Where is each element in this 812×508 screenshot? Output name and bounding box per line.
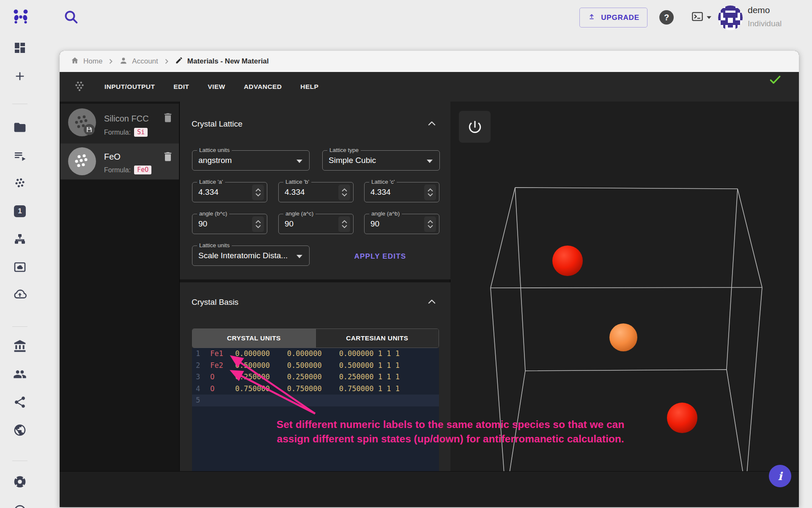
delete-material-icon[interactable] [162,111,174,124]
structure-viewer-panel[interactable] [450,102,799,471]
bottom-strip [60,471,799,507]
breadcrumb-home[interactable]: Home [71,56,102,67]
angle-ab-input[interactable]: angle (a^b) 90 [364,214,439,234]
basis-code-editor[interactable]: 1Fe10.000000 0.000000 0.000000 1 1 1 2Fe… [192,348,439,471]
filter-one-icon[interactable]: 1 [11,202,29,221]
menubar: INPUT/OUTPUT EDIT VIEW ADVANCED HELP [60,72,799,102]
atom-o1 [609,323,637,351]
material-formula-row: Formula: FeO [104,166,151,174]
pencil-icon [175,56,183,66]
lattice-type-select[interactable]: Lattice type Simple Cubic [322,150,440,171]
menu-edit[interactable]: EDIT [173,83,189,91]
search-icon[interactable] [63,8,80,25]
add-icon[interactable] [11,67,29,86]
workflow-icon[interactable] [11,230,29,248]
angle-ac-input[interactable]: angle (a^c) 90 [278,214,354,234]
apply-edits-button[interactable]: APPLY EDITS [342,251,418,262]
home-icon [71,56,79,67]
collapse-icon[interactable] [427,297,437,307]
power-icon[interactable] [459,111,491,143]
material-avatar [68,147,96,175]
formula-chip: FeO [134,166,151,174]
image-icon[interactable] [11,258,29,276]
editor-line: 2Fe20.500000 0.500000 0.500000 1 1 1 [192,360,439,372]
delete-material-icon[interactable] [162,150,174,163]
basis-units-tabs: CRYSTAL UNITS CARTESIAN UNITS [192,329,439,348]
collapse-icon[interactable] [427,119,437,129]
editor-panel: Crystal Lattice Lattice units angstrom L… [180,102,450,471]
console-dropdown[interactable] [691,11,715,24]
folder-icon[interactable] [11,118,29,137]
tab-crystal-units[interactable]: CRYSTAL UNITS [192,329,315,348]
settings-icon[interactable] [11,500,29,508]
atom-fe2 [667,403,697,433]
user-avatar[interactable] [718,6,743,30]
menu-view[interactable]: VIEW [208,83,225,91]
material-item-silicon-fcc[interactable]: Silicon FCC Formula: Si [60,104,179,144]
materials-designer-window: Home Account Materials - New Material IN… [60,51,799,507]
material-name: FeO [104,152,121,162]
cloud-upload-icon[interactable] [11,286,29,304]
life-ring-icon[interactable] [11,472,29,491]
scale-units-select[interactable]: Lattice units Scale Interatomic Dista... [192,246,310,266]
save-badge-icon [87,127,92,132]
mat3ra-logo-icon[interactable] [11,7,30,27]
stepper-icon[interactable] [424,185,436,200]
angle-bc-input[interactable]: angle (b^c) 90 [192,214,267,234]
breadcrumb-current: Materials - New Material [175,56,269,66]
formula-chip: Si [134,128,148,137]
sidebar-divider [12,104,27,104]
bank-icon[interactable] [11,337,29,356]
crystal-lattice-title: Crystal Lattice [192,119,242,129]
breadcrumb: Home Account Materials - New Material [60,51,799,72]
info-button[interactable]: i [769,465,791,487]
stepper-icon[interactable] [252,216,264,232]
playlist-play-icon[interactable] [11,146,29,165]
user-name: demo [748,5,770,15]
atom-fe1 [552,246,583,276]
user-plan: Individual [748,19,782,28]
upload-icon [587,12,596,23]
one-badge-label: 1 [18,207,22,215]
material-item-feo[interactable]: FeO Formula: FeO [60,144,179,179]
breadcrumb-account[interactable]: Account [119,56,158,67]
crystal-basis-title: Crystal Basis [192,298,239,307]
editor-line: 5 [192,395,439,406]
editor-line: 1Fe10.000000 0.000000 0.000000 1 1 1 [192,348,439,360]
tab-cartesian-units[interactable]: CARTESIAN UNITS [315,329,439,348]
upgrade-button[interactable]: UPGRADE [579,8,647,28]
saved-check-icon [768,73,782,86]
crystal-lattice-card: Crystal Lattice Lattice units angstrom L… [180,102,450,279]
stepper-icon[interactable] [338,216,350,232]
editor-line: 3O0.250000 0.250000 0.250000 1 1 1 [192,371,439,383]
person-icon [119,56,128,67]
editor-line: 4O0.750000 0.750000 0.750000 1 1 1 [192,383,439,395]
lattice-a-input[interactable]: Lattice 'a' 4.334 [192,182,267,202]
lattice-b-input[interactable]: Lattice 'b' 4.334 [278,182,354,202]
share-icon[interactable] [11,393,29,411]
unit-cell-3d-scene [450,102,799,471]
menu-advanced[interactable]: ADVANCED [244,83,282,91]
dashboard-icon[interactable] [11,39,29,57]
material-avatar [68,108,96,136]
annotation-note: Set different numeric labels to the same… [249,417,652,446]
dropdown-arrow-icon [427,160,433,163]
stepper-icon[interactable] [252,185,264,200]
menu-help[interactable]: HELP [300,83,318,91]
globe-icon[interactable] [11,421,29,439]
help-icon[interactable]: ? [659,10,674,25]
sidebar-divider [12,461,27,461]
people-icon[interactable] [11,365,29,384]
lattice-c-input[interactable]: Lattice 'c' 4.334 [364,182,439,202]
chevron-down-icon [706,14,712,21]
material-name: Silicon FCC [104,114,149,124]
stepper-icon[interactable] [338,185,350,200]
dropdown-arrow-icon [296,160,302,163]
molecule-menu-icon [73,80,86,94]
materials-list-panel: Silicon FCC Formula: Si FeO Formula: FeO [60,102,180,471]
menu-input-output[interactable]: INPUT/OUTPUT [104,83,155,91]
upgrade-label: UPGRADE [601,14,639,22]
molecule-icon[interactable] [11,174,29,193]
stepper-icon[interactable] [424,216,436,232]
lattice-units-select[interactable]: Lattice units angstrom [192,150,310,171]
